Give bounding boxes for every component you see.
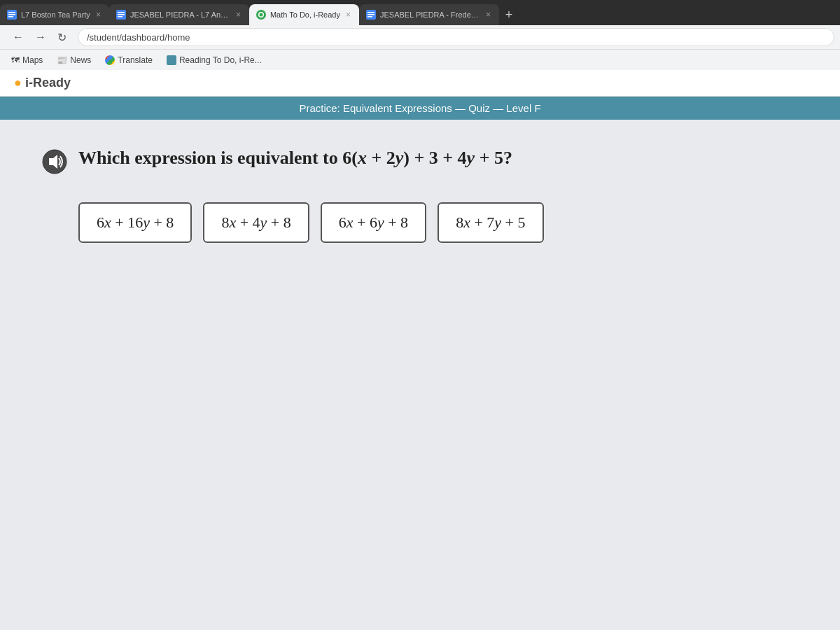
bookmark-news[interactable]: 📰 News (51, 54, 97, 66)
bookmark-news-label: News (70, 55, 91, 65)
svg-rect-14 (368, 16, 372, 18)
svg-rect-6 (118, 14, 125, 15)
main-content: ● i-Ready Practice: Equivalent Expressio… (0, 70, 840, 630)
tab-jesabel-frederick[interactable]: JESABEL PIEDRA - Frederick Dou × (359, 4, 499, 25)
svg-rect-13 (368, 14, 374, 15)
svg-rect-5 (118, 12, 125, 13)
tab-close-4[interactable]: × (484, 8, 492, 21)
tab-favicon-4 (366, 10, 376, 20)
tab-label-3: Math To Do, i-Ready (270, 10, 340, 19)
bookmark-maps-label: Maps (22, 55, 43, 65)
bookmark-reading[interactable]: Reading To Do, i-Re... (161, 54, 267, 66)
quiz-title-bar: Practice: Equivalent Expressions — Quiz … (0, 97, 840, 120)
answer-choices: 6x + 16y + 8 8x + 4y + 8 6x + 6y + 8 8x … (78, 202, 798, 243)
tab-label-4: JESABEL PIEDRA - Frederick Dou (380, 10, 480, 19)
question-text: Which expression is equivalent to 6(x + … (78, 148, 512, 169)
add-tab-button[interactable]: + (499, 4, 519, 25)
answer-choice-4[interactable]: 8x + 7y + 5 (438, 202, 543, 243)
tab-close-2[interactable]: × (234, 8, 242, 21)
tab-close-1[interactable]: × (94, 8, 102, 21)
tab-favicon-2 (116, 10, 126, 20)
address-bar-row: ← → ↻ /student/dashboard/home (0, 25, 840, 49)
quiz-content: Which expression is equivalent to 6(x + … (0, 120, 840, 630)
iready-logo: ● i-Ready (14, 76, 71, 90)
svg-rect-7 (118, 16, 122, 18)
answer-choice-3[interactable]: 6x + 6y + 8 (321, 202, 426, 243)
reading-icon (167, 55, 176, 65)
bookmark-translate[interactable]: Translate (99, 54, 158, 66)
reload-button[interactable]: ↻ (53, 28, 71, 47)
tab-l7-boston-tea-party[interactable]: L7 Boston Tea Party × (0, 4, 109, 25)
tab-favicon-3 (256, 10, 266, 20)
tab-jesabel-analyzing[interactable]: JESABEL PIEDRA - L7 Analyzing T × (109, 4, 249, 25)
iready-logo-i: ● (14, 76, 22, 90)
address-bar[interactable]: /student/dashboard/home (78, 28, 834, 46)
bookmark-reading-label: Reading To Do, i-Re... (179, 55, 262, 65)
quiz-title-text: Practice: Equivalent Expressions — Quiz … (299, 102, 540, 114)
translate-icon (105, 55, 115, 65)
maps-icon: 🗺 (11, 55, 20, 65)
tab-favicon-1 (7, 10, 17, 20)
tab-label-2: JESABEL PIEDRA - L7 Analyzing T (130, 10, 230, 19)
question-area: Which expression is equivalent to 6(x + … (42, 148, 798, 174)
speaker-icon[interactable] (42, 149, 67, 174)
tab-close-3[interactable]: × (344, 8, 352, 21)
answer-choice-2[interactable]: 8x + 4y + 8 (203, 202, 309, 243)
bookmark-translate-label: Translate (118, 55, 153, 65)
iready-logo-text: i-Ready (25, 76, 71, 90)
bookmark-bar: 🗺 Maps 📰 News Translate Reading To Do, i… (0, 49, 840, 70)
iready-header: ● i-Ready (0, 70, 840, 97)
nav-controls: ← → ↻ (6, 28, 74, 47)
svg-rect-1 (8, 12, 15, 13)
svg-rect-2 (8, 14, 15, 15)
svg-point-10 (259, 13, 262, 17)
answer-choice-1[interactable]: 6x + 16y + 8 (78, 202, 192, 243)
tab-bar: L7 Boston Tea Party × JESABEL PIEDRA - L… (0, 0, 840, 25)
tab-math-iready[interactable]: Math To Do, i-Ready × (249, 4, 359, 25)
browser-chrome: L7 Boston Tea Party × JESABEL PIEDRA - L… (0, 0, 840, 70)
back-button[interactable]: ← (8, 28, 28, 46)
svg-rect-12 (368, 12, 374, 13)
forward-button[interactable]: → (31, 28, 50, 46)
address-text: /student/dashboard/home (87, 32, 190, 43)
tab-label-1: L7 Boston Tea Party (21, 10, 90, 19)
bookmark-maps[interactable]: 🗺 Maps (6, 54, 48, 66)
svg-rect-3 (8, 16, 13, 18)
news-icon: 📰 (57, 55, 67, 65)
